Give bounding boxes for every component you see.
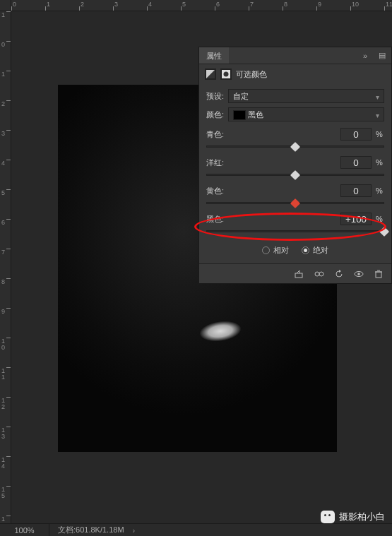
panel-footer <box>199 263 391 283</box>
slider-track[interactable] <box>206 142 384 152</box>
percent-label: % <box>374 158 384 167</box>
slider-value-input[interactable] <box>340 184 372 197</box>
radio-absolute[interactable]: 绝对 <box>302 245 328 256</box>
slider-row: 黑色:% <box>206 213 384 237</box>
wechat-icon <box>321 511 335 523</box>
mode-row: 相对 绝对 <box>206 241 384 259</box>
trash-icon[interactable] <box>373 268 384 280</box>
watermark: 摄影柏小白 <box>321 511 385 523</box>
color-swatch <box>233 110 246 120</box>
reset-icon[interactable] <box>333 268 345 280</box>
slider-value-input[interactable] <box>340 128 372 141</box>
slider-value-input[interactable] <box>340 156 372 169</box>
slider-track[interactable] <box>206 198 384 208</box>
panel-title: 可选颜色 <box>236 69 267 80</box>
colors-value: 黑色 <box>248 110 263 119</box>
slider-label: 青色: <box>206 129 239 140</box>
panel-body: 预设: 自定 颜色: 黑色 青色:%洋红:%黄色:%黑色:% 相对 绝对 <box>199 84 391 263</box>
colors-label: 颜色: <box>206 109 224 120</box>
svg-point-5 <box>319 272 323 276</box>
slider-thumb[interactable] <box>290 170 300 180</box>
radio-dot <box>262 246 270 254</box>
radio-absolute-label: 绝对 <box>313 245 328 256</box>
doc-value: 601.8K/1.18M <box>76 525 124 534</box>
ruler-vertical[interactable]: 1012345678910111213141516 <box>0 11 11 525</box>
slider-track[interactable] <box>206 170 384 180</box>
collapse-icon[interactable]: » <box>363 52 373 60</box>
svg-rect-8 <box>376 272 381 278</box>
mask-icon[interactable] <box>220 69 232 80</box>
radio-dot <box>302 246 309 254</box>
radio-relative-label: 相对 <box>273 245 289 256</box>
slider-row: 洋红:% <box>206 156 384 180</box>
clip-to-layer-icon[interactable] <box>294 268 305 280</box>
slider-thumb[interactable] <box>379 227 389 237</box>
panel-title-bar: 可选颜色 <box>199 64 391 84</box>
svg-point-4 <box>315 272 319 276</box>
slider-track[interactable] <box>206 227 384 237</box>
panel-tab-bar: 属性 » ▤ <box>199 47 391 64</box>
svg-point-7 <box>357 273 360 275</box>
percent-label: % <box>374 186 384 195</box>
radio-relative[interactable]: 相对 <box>262 245 289 256</box>
slider-thumb[interactable] <box>290 198 300 208</box>
slider-row: 黄色:% <box>206 184 384 208</box>
colors-select[interactable]: 黑色 <box>228 107 384 121</box>
slider-label: 洋红: <box>206 157 239 168</box>
preset-select[interactable]: 自定 <box>228 89 384 103</box>
view-previous-icon[interactable] <box>314 268 325 280</box>
panel-menu-icon[interactable]: ▤ <box>373 51 391 60</box>
chevron-right-icon[interactable]: › <box>124 526 136 535</box>
tab-properties[interactable]: 属性 <box>199 47 229 64</box>
slider-label: 黑色: <box>206 214 239 225</box>
status-bar: 100% 文档:601.8K/1.18M › <box>0 523 392 536</box>
slider-row: 青色:% <box>206 128 384 152</box>
watermark-text: 摄影柏小白 <box>339 511 385 523</box>
visibility-icon[interactable] <box>353 268 364 280</box>
colors-row: 颜色: 黑色 <box>206 105 384 124</box>
svg-point-2 <box>224 72 229 77</box>
slider-label: 黄色: <box>206 186 239 196</box>
doc-label: 文档: <box>58 525 76 534</box>
preset-row: 预设: 自定 <box>206 87 384 105</box>
zoom-level[interactable]: 100% <box>0 524 49 536</box>
ruler-horizontal[interactable]: 01234567891011 <box>11 0 392 11</box>
adjustment-icon <box>205 69 216 80</box>
slider-value-input[interactable] <box>340 213 372 225</box>
percent-label: % <box>374 130 384 138</box>
percent-label: % <box>374 215 384 223</box>
preset-label: 预设: <box>206 91 224 102</box>
svg-rect-3 <box>295 273 302 278</box>
slider-thumb[interactable] <box>290 142 300 152</box>
properties-panel: 属性 » ▤ 可选颜色 预设: 自定 颜色: 黑色 <box>198 47 392 284</box>
ruler-corner <box>0 0 11 11</box>
workspace: 01234567891011 1012345678910111213141516… <box>0 0 392 536</box>
doc-info[interactable]: 文档:601.8K/1.18M <box>49 525 124 535</box>
